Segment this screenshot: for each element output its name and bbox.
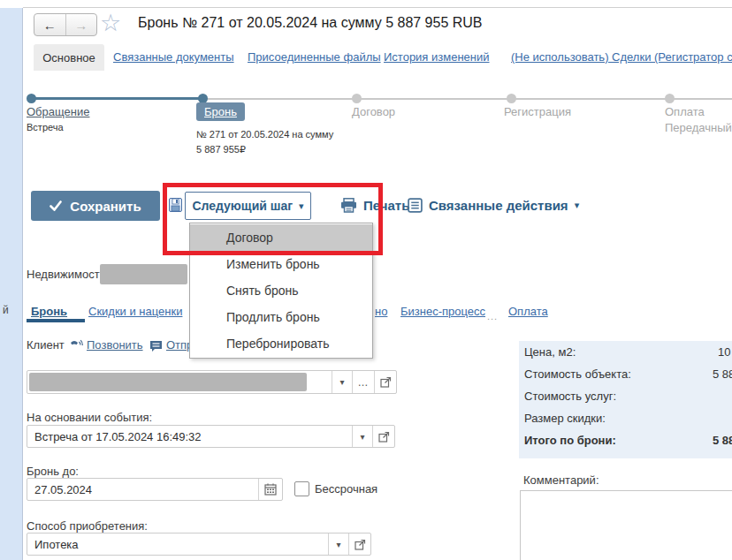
tabs-overflow-dots: ... — [487, 311, 498, 322]
tab-linked-documents[interactable]: Связанные документы — [113, 50, 234, 64]
phone-icon — [70, 339, 83, 352]
summary-price-label: Цена, м2: — [524, 345, 576, 359]
acquisition-dropdown-button[interactable]: ▾ — [328, 534, 348, 555]
tab-osnovnoe[interactable]: Основное — [34, 44, 104, 71]
comment-textarea[interactable] — [520, 490, 732, 560]
based-on-dropdown-button[interactable]: ▾ — [352, 426, 372, 447]
summary-price-value: 10 — [718, 345, 730, 359]
client-ellipsis-button[interactable]: … — [352, 371, 374, 393]
check-icon — [50, 201, 62, 211]
step-dot-dogovor — [352, 94, 362, 103]
tab-discounts[interactable]: Скидки и наценки — [88, 305, 182, 318]
menu-item-dogovor[interactable]: Договор — [190, 224, 372, 251]
tab-attached-files[interactable]: Присоединенные файлы — [248, 50, 381, 64]
booking-window: й ← → ☆ Бронь № 271 от 20.05.2024 на сум… — [0, 0, 732, 560]
calendar-button[interactable] — [258, 479, 282, 500]
stepper-line-done — [31, 97, 202, 100]
save-button-label: Сохранить — [70, 199, 141, 214]
based-on-field[interactable]: Встреча от 17.05.2024 16:49:32 ▾ — [27, 425, 395, 448]
print-button-label: Печать — [363, 198, 409, 213]
bessrochnaya-label: Бессрочная — [315, 482, 377, 496]
summary-total-value: 5 88 — [713, 434, 732, 447]
client-dropdown-button[interactable]: ▾ — [332, 371, 352, 393]
acquisition-label: Способ приобретения: — [27, 519, 148, 533]
next-step-menu: Договор Изменить бронь Снять бронь Продл… — [189, 223, 373, 359]
open-link-icon — [378, 431, 390, 443]
next-step-button-label: Следующий шаг — [192, 199, 293, 213]
chevron-down-icon: ▾ — [575, 201, 580, 210]
tab-bron[interactable]: Бронь — [31, 305, 67, 318]
menu-item-izmenit-bron[interactable]: Изменить бронь — [190, 251, 372, 277]
step-oplata-sub: Передачный — [665, 121, 732, 134]
favorite-star-icon[interactable]: ☆ — [100, 11, 121, 35]
window-top-divider — [23, 7, 732, 8]
step-obraschenie-sub: Встреча — [27, 122, 64, 132]
realty-label: Недвижимость: — [27, 268, 109, 281]
document-list-icon — [408, 198, 423, 213]
step-registracia-label: Регистрация — [504, 105, 571, 118]
calendar-icon — [264, 483, 277, 496]
menu-item-prodlit-bron[interactable]: Продлить бронь — [190, 304, 372, 330]
related-actions-label: Связанные действия — [429, 198, 568, 213]
summary-discount-label: Размер скидки: — [524, 412, 606, 425]
step-obraschenie-link[interactable]: Обращение — [27, 105, 89, 118]
client-label: Клиент — [27, 338, 65, 352]
stepper-line — [511, 98, 669, 100]
chevron-down-icon: ▾ — [360, 432, 364, 442]
left-panel-strip — [0, 8, 23, 560]
open-link-icon — [380, 376, 392, 388]
page-title: Бронь № 271 от 20.05.2024 на сумму 5 887… — [138, 15, 483, 31]
client-field[interactable]: ▾ … — [27, 370, 397, 394]
comment-label: Комментарий: — [523, 473, 599, 487]
printer-icon — [340, 198, 357, 213]
tab-change-history[interactable]: История изменений — [384, 50, 490, 64]
summary-total-label: Итого по брони: — [524, 434, 616, 447]
step-oplata-label: Оплата — [665, 105, 705, 118]
acquisition-open-button[interactable] — [348, 534, 370, 555]
based-on-label: На основании события: — [27, 411, 152, 424]
step-bron-sub1: № 271 от 20.05.2024 на сумму — [196, 129, 333, 140]
redacted-realty-value — [100, 264, 187, 284]
stepper-line — [356, 98, 511, 100]
bessrochnaya-checkbox[interactable] — [294, 481, 309, 496]
acquisition-field[interactable]: Ипотека ▾ — [27, 533, 371, 556]
menu-item-snyat-bron[interactable]: Снять бронь — [190, 277, 372, 304]
call-link[interactable]: Позвонить — [87, 338, 143, 352]
step-bron-chip[interactable]: Бронь — [196, 102, 245, 121]
left-panel-strip-label: й — [3, 304, 9, 316]
booked-until-label: Бронь до: — [27, 465, 79, 478]
tab-payment[interactable]: Оплата — [508, 305, 548, 318]
back-button[interactable]: ← — [34, 14, 66, 35]
summary-object-cost-label: Стоимость объекта: — [524, 367, 631, 381]
related-actions-button[interactable]: Связанные действия ▾ — [408, 195, 579, 215]
chevron-down-icon: ▾ — [339, 377, 344, 387]
client-open-button[interactable] — [374, 371, 396, 393]
stepper-line — [669, 98, 732, 100]
tab-fragment[interactable]: но — [375, 305, 387, 318]
save-disk-icon[interactable] — [169, 198, 182, 212]
step-dogovor-label: Договор — [352, 105, 395, 118]
active-tab-underline — [27, 319, 85, 322]
chat-icon — [149, 340, 163, 352]
stepper-line — [202, 98, 356, 100]
based-on-value: Встреча от 17.05.2024 16:49:32 — [27, 430, 352, 443]
history-nav-group: ← → — [34, 13, 97, 36]
forward-button[interactable]: → — [66, 14, 97, 35]
step-bron-sub2: 5 887 955₽ — [196, 144, 246, 155]
booked-until-field[interactable]: 27.05.2024 — [27, 478, 283, 501]
step-dot-oplata — [665, 94, 675, 103]
step-dot-obraschenie — [27, 94, 36, 103]
print-button[interactable]: Печать — [340, 195, 409, 215]
next-step-button[interactable]: Следующий шаг ▾ — [185, 192, 311, 220]
summary-services-label: Стоимость услуг: — [524, 390, 616, 403]
summary-object-cost-value: 5 88 — [713, 367, 732, 381]
menu-item-perebronirovat[interactable]: Перебронировать — [190, 330, 372, 357]
tab-deals-registrar[interactable]: (Не использовать) Сделки (Регистратор с — [511, 50, 732, 64]
tab-business-process[interactable]: Бизнес-процесс — [400, 305, 485, 318]
save-button[interactable]: Сохранить — [31, 191, 160, 221]
based-on-open-button[interactable] — [372, 426, 394, 447]
forward-icon: → — [74, 18, 88, 33]
chevron-down-icon: ▾ — [336, 540, 340, 549]
booked-until-value: 27.05.2024 — [27, 483, 258, 496]
step-dot-registracia — [507, 94, 516, 103]
